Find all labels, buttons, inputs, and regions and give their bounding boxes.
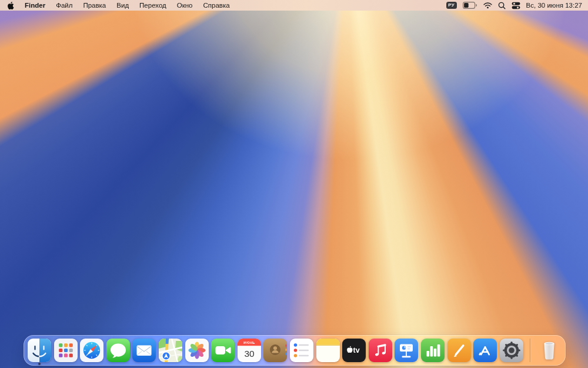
menu-item-view[interactable]: Вид [111,0,134,11]
launchpad-icon [54,339,78,362]
calendar-month-label: ИЮНЬ [243,341,255,344]
control-center-icon[interactable] [512,2,520,9]
menu-item-finder[interactable]: Finder [19,0,51,11]
dock-icon-tv[interactable]: tv [342,339,366,362]
trash-icon [537,339,561,362]
dock-icon-messages[interactable] [106,339,130,362]
maps-icon [159,339,182,362]
calendar-day-label: 30 [244,349,255,359]
safari-icon [80,339,103,362]
calendar-icon: ИЮНЬ 30 [238,339,261,362]
pages-icon [447,339,471,362]
system-settings-icon [500,339,523,362]
finder-icon [28,339,51,362]
menu-item-window[interactable]: Окно [172,0,198,11]
dock-icon-finder[interactable] [28,339,51,362]
dock-icon-mail[interactable] [132,339,156,362]
dock-divider [530,339,530,362]
dock-icon-maps[interactable] [159,339,182,362]
battery-icon[interactable] [463,2,477,9]
numbers-icon [421,339,445,362]
desktop: Finder Файл Правка Вид Переход Окно Спра… [0,0,588,368]
dock-icon-numbers[interactable] [421,339,445,362]
dock-icon-facetime[interactable] [211,339,235,362]
dock-icon-calendar[interactable]: ИЮНЬ 30 [238,339,261,362]
input-source-badge[interactable]: РУ [446,2,457,9]
desktop-wallpaper [0,0,588,368]
keynote-icon [395,339,418,362]
spotlight-search-icon[interactable] [498,2,506,9]
notes-icon [316,339,340,362]
menu-bar-left: Finder Файл Правка Вид Переход Окно Спра… [7,0,235,11]
menubar-clock[interactable]: Вс, 30 июня 13:27 [526,2,582,9]
dock-icon-app-store[interactable] [473,339,497,362]
reminders-icon [290,339,313,362]
apple-menu[interactable] [7,1,19,10]
menu-bar: Finder Файл Правка Вид Переход Окно Спра… [0,0,588,11]
dock-icon-trash[interactable] [537,339,561,362]
dock-icon-keynote[interactable] [395,339,418,362]
mail-icon [132,339,156,362]
dock-icon-notes[interactable] [316,339,340,362]
menu-item-file[interactable]: Файл [51,0,78,11]
dock: ИЮНЬ 30 [24,335,566,366]
app-store-icon [473,339,497,362]
apple-tv-icon: tv [342,339,366,362]
messages-icon [106,339,130,362]
apple-logo-icon [7,1,14,10]
running-indicator [38,363,41,365]
dock-icon-pages[interactable] [447,339,471,362]
facetime-icon [211,339,235,362]
dock-icon-music[interactable] [369,339,392,362]
dock-icon-launchpad[interactable] [54,339,78,362]
dock-icon-system-settings[interactable] [500,339,523,362]
menu-item-go[interactable]: Переход [134,0,172,11]
music-icon [369,339,392,362]
wifi-icon[interactable] [483,2,492,9]
menu-item-edit[interactable]: Правка [78,0,111,11]
dock-icon-safari[interactable] [80,339,103,362]
menu-bar-status: РУ [446,0,582,11]
contacts-icon [263,339,287,362]
photos-icon [185,339,209,362]
dock-icon-contacts[interactable] [263,339,287,362]
tv-label: tv [353,346,360,354]
menu-item-help[interactable]: Справка [198,0,235,11]
dock-icon-reminders[interactable] [290,339,313,362]
dock-icon-photos[interactable] [185,339,209,362]
